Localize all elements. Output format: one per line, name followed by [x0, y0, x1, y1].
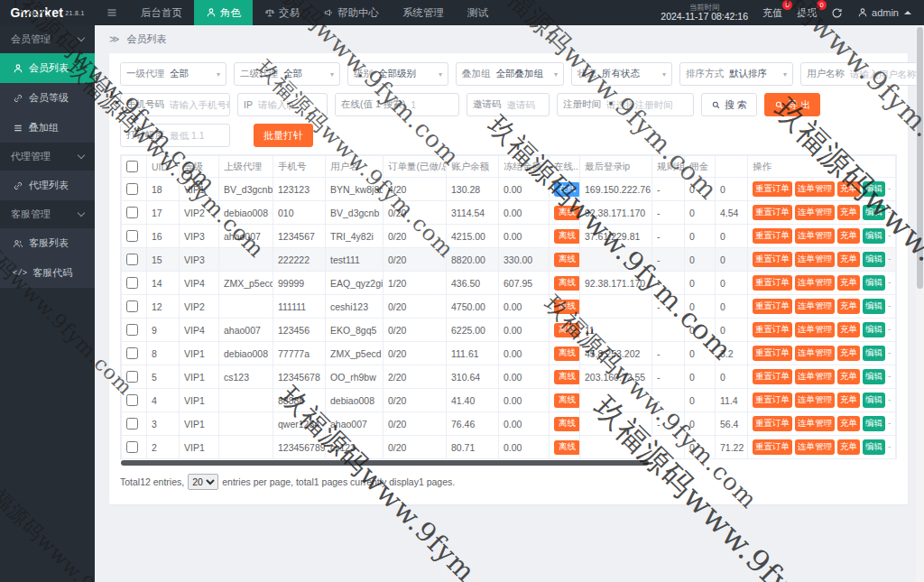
nav-item-home[interactable]: 后台首页: [129, 0, 194, 25]
edit-button[interactable]: 编辑: [863, 228, 885, 244]
combo-order-manage-button[interactable]: 连单管理: [795, 393, 835, 408]
filter-sort[interactable]: 排序方式 默认排序 ▾: [679, 62, 793, 86]
row-checkbox[interactable]: [126, 230, 138, 242]
sidebar-group-agent[interactable]: 代理管理: [0, 143, 95, 171]
more-actions[interactable]: -: [888, 276, 892, 287]
sidebar-toggle-button[interactable]: [95, 0, 129, 25]
combo-order-manage-button[interactable]: 连单管理: [795, 369, 835, 384]
combo-order-manage-button[interactable]: 连单管理: [795, 181, 835, 197]
edit-button[interactable]: 编辑: [863, 275, 885, 291]
recharge-order-button[interactable]: 充单: [837, 252, 860, 267]
reset-order-button[interactable]: 重置订单: [753, 322, 792, 337]
reset-order-button[interactable]: 重置订单: [753, 205, 792, 220]
sidebar-item-member-list[interactable]: 会员列表: [0, 53, 95, 83]
sidebar-item-stack-group[interactable]: 叠加组: [0, 113, 95, 143]
edit-button[interactable]: 编辑: [863, 181, 885, 197]
batch-inject-button[interactable]: 批量打针: [254, 124, 313, 147]
nav-item-test[interactable]: 测试: [456, 0, 500, 25]
combo-order-manage-button[interactable]: 连单管理: [795, 346, 835, 361]
select-all-checkbox[interactable]: [126, 161, 138, 172]
combo-order-manage-button[interactable]: 连单管理: [795, 252, 835, 267]
reset-order-button[interactable]: 重置订单: [753, 346, 792, 361]
edit-button[interactable]: 编辑: [863, 439, 885, 455]
horizontal-scrollbar[interactable]: [121, 460, 649, 466]
nav-item-trade[interactable]: 交易: [253, 0, 311, 25]
vertical-scrollbar-track[interactable]: [916, 25, 924, 582]
recharge-order-button[interactable]: 充单: [837, 205, 860, 220]
combo-order-manage-button[interactable]: 连单管理: [795, 322, 835, 337]
row-checkbox[interactable]: [126, 254, 138, 265]
search-button[interactable]: 搜 索: [701, 93, 757, 116]
more-actions[interactable]: -: [888, 229, 892, 240]
recharge-order-button[interactable]: 充单: [837, 181, 860, 197]
row-checkbox[interactable]: [126, 418, 138, 430]
filter-sort-value[interactable]: 默认排序: [729, 68, 778, 80]
recharge-order-button[interactable]: 充单: [837, 275, 860, 291]
more-actions[interactable]: -: [888, 253, 892, 263]
row-checkbox[interactable]: [126, 277, 138, 289]
reset-order-button[interactable]: 重置订单: [753, 369, 792, 384]
combo-order-manage-button[interactable]: 连单管理: [795, 228, 835, 244]
filter-level[interactable]: 级别 全部级别 ▾: [347, 62, 448, 86]
more-actions[interactable]: -: [888, 393, 892, 404]
combo-order-manage-button[interactable]: 连单管理: [795, 439, 835, 455]
row-checkbox[interactable]: [126, 183, 138, 195]
register-time-input[interactable]: [606, 99, 693, 110]
reset-order-button[interactable]: 重置订单: [753, 228, 792, 244]
filter-agent1-value[interactable]: 全部: [170, 68, 211, 80]
edit-button[interactable]: 编辑: [863, 252, 885, 267]
recharge-order-button[interactable]: 充单: [837, 393, 860, 408]
sidebar-item-service-code[interactable]: </> 客服代码: [0, 258, 95, 288]
combo-order-manage-button[interactable]: 连单管理: [795, 205, 835, 220]
row-checkbox[interactable]: [126, 394, 138, 406]
reset-order-button[interactable]: 重置订单: [753, 299, 792, 314]
more-actions[interactable]: -: [888, 300, 892, 310]
more-actions[interactable]: -: [888, 182, 892, 193]
nav-item-system[interactable]: 系统管理: [391, 0, 456, 25]
combo-order-manage-button[interactable]: 连单管理: [795, 416, 835, 431]
reset-order-button[interactable]: 重置订单: [753, 439, 792, 455]
sidebar-item-service-list[interactable]: 客服列表: [0, 228, 95, 258]
reset-order-button[interactable]: 重置订单: [753, 181, 792, 197]
edit-button[interactable]: 编辑: [863, 369, 885, 384]
withdraw-link[interactable]: 提现 0: [797, 6, 817, 20]
online-input[interactable]: [411, 99, 458, 110]
row-checkbox[interactable]: [126, 324, 138, 336]
recharge-order-button[interactable]: 充单: [837, 228, 860, 244]
recharge-order-button[interactable]: 充单: [837, 439, 860, 455]
edit-button[interactable]: 编辑: [863, 346, 885, 361]
recharge-order-button[interactable]: 充单: [837, 416, 860, 431]
row-checkbox[interactable]: [126, 371, 138, 383]
edit-button[interactable]: 编辑: [863, 393, 885, 408]
combo-order-manage-button[interactable]: 连单管理: [795, 299, 835, 314]
refresh-icon[interactable]: [831, 7, 843, 19]
recharge-link[interactable]: 充值 0: [762, 6, 782, 20]
filter-level-value[interactable]: 全部级别: [378, 68, 433, 80]
more-actions[interactable]: -: [888, 440, 892, 451]
row-checkbox[interactable]: [126, 300, 138, 312]
vertical-scrollbar-thumb[interactable]: [917, 27, 923, 289]
invite-code-input[interactable]: [507, 99, 550, 110]
filter-agent2[interactable]: 二级代理 全部 ▾: [234, 62, 340, 86]
phone-input[interactable]: [170, 99, 229, 110]
reset-order-button[interactable]: 重置订单: [753, 275, 792, 291]
edit-button[interactable]: 编辑: [863, 416, 885, 431]
recharge-order-button[interactable]: 充单: [837, 299, 860, 314]
sidebar-group-member[interactable]: 会员管理: [0, 25, 95, 53]
filter-stack-group[interactable]: 叠加组 全部叠加组 ▾: [456, 62, 564, 86]
sidebar-item-agent-list[interactable]: 代理列表: [0, 171, 95, 200]
sidebar-group-service[interactable]: 客服管理: [0, 200, 95, 228]
more-actions[interactable]: -: [888, 370, 892, 381]
nav-item-help[interactable]: 帮助中心: [311, 0, 391, 25]
row-checkbox[interactable]: [126, 441, 138, 453]
user-menu[interactable]: admin: [857, 7, 911, 18]
inject-range-input[interactable]: [170, 130, 229, 141]
double-arrow-icon[interactable]: ≫: [109, 33, 120, 45]
edit-button[interactable]: 编辑: [863, 205, 885, 220]
more-actions[interactable]: -: [888, 346, 892, 357]
filter-agent1[interactable]: 一级代理 全部 ▾: [120, 62, 226, 86]
reset-order-button[interactable]: 重置订单: [753, 416, 792, 431]
nav-item-role[interactable]: 角色: [194, 0, 253, 25]
row-checkbox[interactable]: [126, 347, 138, 359]
more-actions[interactable]: -: [888, 206, 892, 217]
